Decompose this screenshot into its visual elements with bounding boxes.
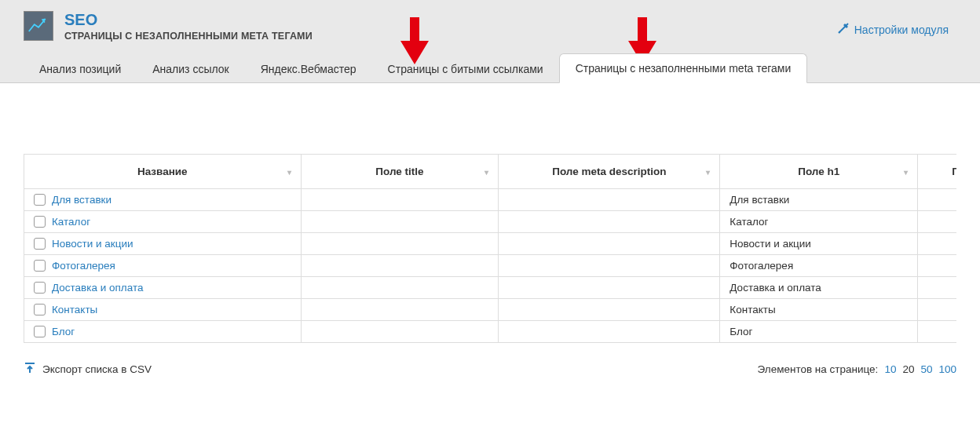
export-icon: [24, 362, 36, 377]
page-size-100[interactable]: 100: [938, 363, 956, 375]
table-row: БлогБлог: [24, 321, 957, 343]
cell-h1: Доставка и оплата: [720, 277, 918, 299]
page-size-10[interactable]: 10: [884, 363, 896, 375]
tab-broken-links[interactable]: Страницы с битыми ссылками: [372, 55, 559, 83]
cell-meta: [499, 321, 720, 343]
sort-icon: ▾: [287, 167, 291, 176]
table-row: КонтактыКонтакты: [24, 299, 957, 321]
tab-positions[interactable]: Анализ позиций: [24, 55, 137, 83]
tools-icon: [837, 22, 850, 37]
module-settings-link[interactable]: Настройки модуля: [837, 22, 949, 37]
page-name-link[interactable]: Доставка и оплата: [52, 282, 143, 294]
page-title: SEO: [64, 11, 956, 29]
cell-title: [301, 255, 499, 277]
page-size-20: 20: [902, 363, 914, 375]
row-checkbox[interactable]: [34, 304, 46, 315]
cell-extra: [918, 299, 956, 321]
page-subtitle: СТРАНИЦЫ С НЕЗАПОЛНЕННЫМИ МЕТА ТЕГАМИ: [64, 31, 956, 42]
page-name-link[interactable]: Для вставки: [52, 194, 112, 206]
row-checkbox[interactable]: [34, 194, 46, 206]
cell-title: [301, 189, 499, 211]
cell-title: [301, 321, 499, 343]
cell-title: [301, 277, 499, 299]
sort-icon: ▾: [706, 167, 710, 176]
page-name-link[interactable]: Новости и акции: [52, 238, 133, 250]
page-size-50[interactable]: 50: [920, 363, 932, 375]
cell-meta: [499, 189, 720, 211]
sort-icon: ▾: [485, 167, 488, 176]
sort-icon: ▾: [904, 167, 908, 176]
cell-extra: [918, 189, 956, 211]
cell-h1: Блог: [720, 321, 918, 343]
cell-h1: Каталог: [720, 211, 918, 233]
cell-meta: [499, 233, 720, 255]
cell-meta: [499, 211, 720, 233]
row-checkbox[interactable]: [34, 238, 46, 250]
svg-point-0: [839, 31, 840, 33]
page-name-link[interactable]: Фотогалерея: [52, 260, 115, 272]
table-row: КаталогКаталог: [24, 211, 957, 233]
row-checkbox[interactable]: [34, 326, 46, 337]
row-checkbox[interactable]: [34, 282, 46, 294]
settings-label: Настройки модуля: [854, 24, 949, 36]
cell-extra: [918, 321, 956, 343]
cell-title: [301, 233, 499, 255]
page-size: Элементов на странице: 10 20 50 100: [758, 363, 956, 375]
export-csv-link[interactable]: Экспорт списка в CSV: [24, 362, 152, 377]
page-name-link[interactable]: Блог: [52, 326, 75, 337]
cell-h1: Для вставки: [720, 189, 918, 211]
col-title[interactable]: Поле title▾: [301, 155, 499, 189]
table-row: Новости и акцииНовости и акции: [24, 233, 957, 255]
table-scroll[interactable]: Название▾ Поле title▾ Поле meta descript…: [24, 154, 956, 343]
row-checkbox[interactable]: [34, 216, 46, 228]
cell-title: [301, 299, 499, 321]
page-name-link[interactable]: Каталог: [52, 216, 90, 228]
cell-extra: [918, 233, 956, 255]
cell-title: [301, 211, 499, 233]
tab-links[interactable]: Анализ ссылок: [137, 55, 244, 83]
col-meta[interactable]: Поле meta description▾: [499, 155, 720, 189]
app-icon: [24, 11, 53, 41]
cell-h1: Фотогалерея: [720, 255, 918, 277]
cell-h1: Контакты: [720, 299, 918, 321]
col-h1[interactable]: Поле h1▾: [720, 155, 918, 189]
cell-extra: [918, 211, 956, 233]
export-label: Экспорт списка в CSV: [42, 363, 152, 375]
cell-meta: [499, 277, 720, 299]
tab-yandex-webmaster[interactable]: Яндекс.Вебмастер: [245, 55, 372, 83]
row-checkbox[interactable]: [34, 260, 46, 272]
col-extra[interactable]: Поле: [918, 155, 956, 189]
cell-extra: [918, 277, 956, 299]
table-row: Для вставкиДля вставки: [24, 189, 957, 211]
cell-meta: [499, 299, 720, 321]
pager-label: Элементов на странице:: [758, 363, 879, 375]
tab-empty-meta[interactable]: Страницы с незаполненными meta тегами: [559, 53, 808, 83]
col-name[interactable]: Название▾: [24, 155, 302, 189]
page-name-link[interactable]: Контакты: [52, 304, 97, 315]
cell-meta: [499, 255, 720, 277]
tabs: Анализ позиций Анализ ссылок Яндекс.Вебм…: [24, 53, 956, 82]
table-row: Доставка и оплатаДоставка и оплата: [24, 277, 957, 299]
cell-h1: Новости и акции: [720, 233, 918, 255]
pages-table: Название▾ Поле title▾ Поле meta descript…: [24, 154, 956, 343]
table-row: ФотогалереяФотогалерея: [24, 255, 957, 277]
cell-extra: [918, 255, 956, 277]
